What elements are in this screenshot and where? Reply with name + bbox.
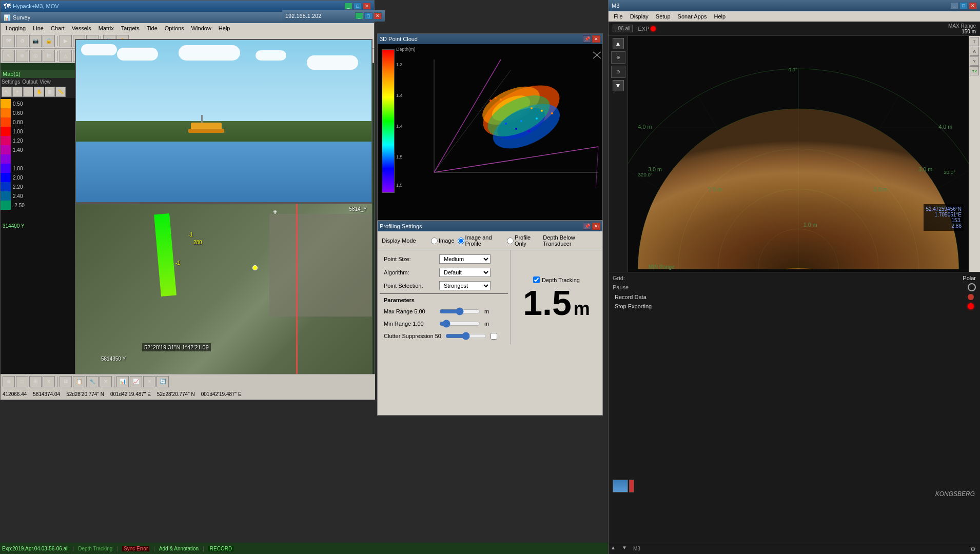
minimize-btn[interactable]: _ — [344, 3, 352, 10]
menu-matrix[interactable]: Matrix — [95, 24, 117, 32]
m3-menu-display[interactable]: Display — [627, 12, 652, 21]
toolbar-settings-btn[interactable]: ⚙ — [16, 35, 28, 47]
min-range-slider[interactable] — [439, 320, 480, 328]
rt-btn-4[interactable]: Y2 — [970, 66, 979, 75]
taskbar: ⊕ □ ⊞ ✕ 🖥 📋 🔧 ✕ 📊 📈 ✕ 🔄 — [1, 374, 375, 388]
m3-scroll-up[interactable]: ▲ — [611, 545, 619, 553]
task-btn-7[interactable]: 🔧 — [86, 376, 99, 387]
sw-max-btn[interactable]: □ — [364, 12, 373, 19]
pc-close-btn[interactable]: ✕ — [592, 35, 600, 43]
svg-point-17 — [541, 110, 543, 112]
mode-profile-only[interactable]: Profile Only — [507, 234, 540, 247]
depth-tracking-checkbox[interactable] — [533, 276, 540, 283]
m3-scroll-down[interactable]: ▼ — [622, 545, 630, 553]
map-tb-fit[interactable]: ⊞ — [45, 87, 55, 97]
svg-point-22 — [515, 128, 517, 130]
task-btn-9[interactable]: 📊 — [116, 376, 129, 387]
menu-options[interactable]: Options — [162, 24, 187, 32]
tab-settings[interactable]: Settings — [2, 79, 20, 85]
depth-val-9: 2.00 — [11, 175, 23, 181]
m3-menu-setup[interactable]: Setup — [653, 12, 674, 21]
toolbar-camera-btn[interactable]: 📷 — [29, 35, 42, 47]
sounding-2: 280 — [193, 240, 202, 245]
point-selection-select[interactable]: Strongest — [439, 281, 491, 290]
tb2-btn3[interactable]: ◎ — [29, 50, 42, 62]
close-btn[interactable]: ✕ — [363, 3, 371, 10]
m3-menu-sonar-apps[interactable]: Sonar Apps — [675, 12, 710, 21]
menu-logging[interactable]: Logging — [3, 24, 29, 32]
record-data-label: Record Data — [615, 294, 646, 300]
toolbar-lock-btn[interactable]: 🔒 — [43, 35, 55, 47]
maximize-btn[interactable]: □ — [354, 3, 362, 10]
up-arrow-btn[interactable]: ▲ — [613, 38, 624, 49]
task-btn-5[interactable]: 🖥 — [60, 376, 72, 387]
algorithm-select[interactable]: Default — [439, 268, 491, 277]
m3-max-btn[interactable]: □ — [959, 2, 968, 9]
sonar-btn-1[interactable]: ⊕ — [611, 51, 625, 64]
prof-close-btn[interactable]: ✕ — [592, 223, 600, 230]
sw-min-btn[interactable]: _ — [355, 12, 363, 19]
tab-view[interactable]: View — [40, 79, 51, 85]
task-btn-12[interactable]: 🔄 — [156, 376, 169, 387]
menu-vessels[interactable]: Vessels — [69, 24, 94, 32]
sounding-1: -1 — [188, 232, 193, 238]
file-selector[interactable]: _06.all — [613, 25, 633, 32]
max-range-slider[interactable] — [439, 307, 480, 315]
map-coords-center: 52°28'19.31"N 1°42'21.09 — [142, 343, 211, 351]
map-tb-measure[interactable]: 📏 — [55, 87, 66, 97]
clutter-checkbox[interactable] — [491, 333, 497, 340]
down-arrow-btn[interactable]: ▼ — [613, 80, 624, 91]
sky — [76, 40, 371, 129]
map-tb-zoom-in[interactable]: + — [12, 87, 23, 97]
stop-exporting-row[interactable]: Stop Exporting — [613, 302, 976, 310]
point-size-select[interactable]: Medium — [439, 254, 491, 264]
tb2-btn2[interactable]: ⊕ — [16, 50, 28, 62]
mode-image[interactable]: Image — [431, 238, 455, 244]
m3-min-btn[interactable]: _ — [950, 2, 958, 9]
task-btn-1[interactable]: ⊕ — [3, 376, 15, 387]
task-btn-10[interactable]: 📈 — [130, 376, 142, 387]
depth-color-scale: 0.50 0.60 0.80 1.00 1.20 1.40 1.80 2.00 … — [1, 98, 75, 211]
task-btn-6[interactable]: 📋 — [73, 376, 85, 387]
task-btn-3[interactable]: ⊞ — [29, 376, 42, 387]
main-status-bar: Exp:2019.Apr.04.03-56-06.all | Depth Tra… — [0, 543, 608, 554]
task-btn-4[interactable]: ✕ — [43, 376, 55, 387]
tab-output[interactable]: Output — [22, 79, 37, 85]
record-data-row[interactable]: Record Data — [613, 293, 976, 301]
depth-unit: m — [574, 298, 590, 319]
exp-dot — [651, 26, 656, 31]
task-btn-11[interactable]: ✕ — [143, 376, 155, 387]
menu-line[interactable]: Line — [30, 24, 47, 32]
toolbar-map-btn[interactable]: 🗺 — [3, 35, 15, 47]
toolbar-play-btn[interactable]: ▶ — [60, 35, 72, 47]
menu-help[interactable]: Help — [215, 24, 233, 32]
m3-menu-help[interactable]: Help — [711, 12, 729, 21]
rt-btn-3[interactable]: Y — [970, 56, 979, 66]
m3-settings-icon[interactable]: ⚙ — [970, 546, 976, 553]
rt-btn-2[interactable]: A — [970, 47, 979, 56]
m3-menu-file[interactable]: File — [611, 12, 626, 21]
task-btn-2[interactable]: □ — [16, 376, 28, 387]
tb2-btn1[interactable]: ↖ — [3, 50, 15, 62]
settings-separator — [380, 293, 508, 294]
tb2-btn4[interactable]: ⊞ — [43, 50, 55, 62]
rt-btn-1[interactable]: T — [970, 37, 979, 46]
sonar-btn-2[interactable]: ⊖ — [611, 66, 625, 78]
menu-tide[interactable]: Tide — [144, 24, 161, 32]
sw-close-btn[interactable]: ✕ — [374, 12, 382, 19]
menu-window[interactable]: Window — [188, 24, 214, 32]
prof-pin-btn[interactable]: 📌 — [583, 223, 591, 230]
task-btn-8[interactable]: ✕ — [100, 376, 112, 387]
mode-image-profile[interactable]: Image and Profile — [458, 234, 504, 247]
survey-icon: 📊 — [4, 14, 11, 21]
tb2-btn5[interactable]: △ — [60, 50, 72, 62]
m3-close-btn[interactable]: ✕ — [969, 2, 977, 9]
menu-chart[interactable]: Chart — [48, 24, 68, 32]
svg-point-21 — [505, 123, 507, 125]
pc-pin-btn[interactable]: 📌 — [583, 35, 591, 43]
clutter-slider[interactable] — [445, 332, 486, 340]
map-tb-zoom-out[interactable]: - — [23, 87, 33, 97]
map-tb-pointer[interactable]: ↖ — [2, 87, 12, 97]
menu-targets[interactable]: Targets — [118, 24, 143, 32]
map-tb-pan[interactable]: ✋ — [34, 87, 44, 97]
